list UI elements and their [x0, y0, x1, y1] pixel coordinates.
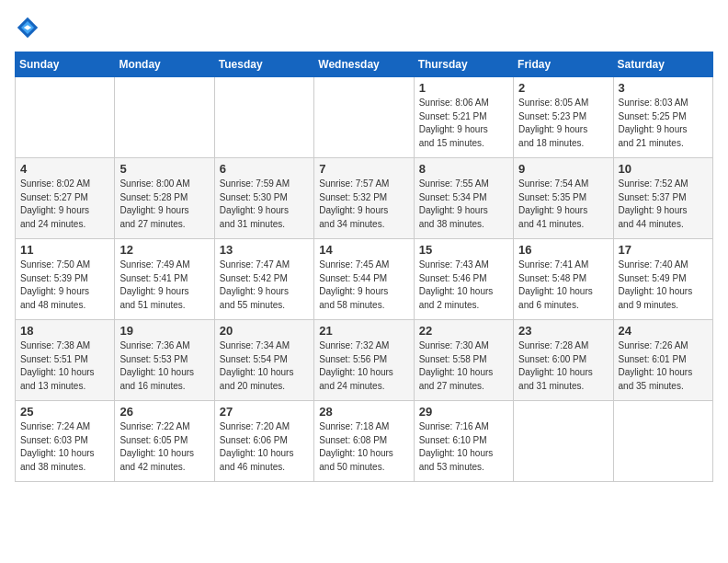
day-info: Sunrise: 7:30 AM Sunset: 5:58 PM Dayligh… [419, 339, 508, 393]
calendar-cell: 3Sunrise: 8:03 AM Sunset: 5:25 PM Daylig… [613, 77, 712, 158]
logo-icon [15, 15, 40, 40]
day-number: 11 [20, 243, 109, 257]
day-info: Sunrise: 7:28 AM Sunset: 6:00 PM Dayligh… [518, 339, 608, 393]
calendar-cell: 13Sunrise: 7:47 AM Sunset: 5:42 PM Dayli… [214, 239, 313, 320]
calendar-cell: 27Sunrise: 7:20 AM Sunset: 6:06 PM Dayli… [214, 401, 313, 482]
day-info: Sunrise: 7:57 AM Sunset: 5:32 PM Dayligh… [319, 178, 408, 231]
calendar-cell [16, 77, 115, 158]
day-number: 13 [220, 243, 309, 257]
day-number: 5 [119, 162, 209, 176]
day-info: Sunrise: 7:26 AM Sunset: 6:01 PM Dayligh… [619, 339, 708, 393]
weekday-header-wednesday: Wednesday [314, 52, 414, 77]
day-info: Sunrise: 7:18 AM Sunset: 6:08 PM Dayligh… [319, 420, 408, 474]
calendar-cell [214, 77, 313, 158]
calendar-cell [314, 77, 414, 158]
day-info: Sunrise: 7:41 AM Sunset: 5:48 PM Dayligh… [518, 259, 608, 312]
day-info: Sunrise: 7:36 AM Sunset: 5:53 PM Dayligh… [119, 339, 209, 393]
day-info: Sunrise: 7:22 AM Sunset: 6:05 PM Dayligh… [119, 420, 209, 474]
calendar-cell: 19Sunrise: 7:36 AM Sunset: 5:53 PM Dayli… [115, 320, 214, 401]
calendar-cell: 9Sunrise: 7:54 AM Sunset: 5:35 PM Daylig… [514, 158, 613, 239]
day-info: Sunrise: 7:55 AM Sunset: 5:34 PM Dayligh… [419, 178, 508, 231]
weekday-header-monday: Monday [115, 52, 214, 77]
day-info: Sunrise: 8:02 AM Sunset: 5:27 PM Dayligh… [20, 178, 109, 231]
calendar-cell: 10Sunrise: 7:52 AM Sunset: 5:37 PM Dayli… [613, 158, 712, 239]
day-number: 22 [419, 324, 508, 338]
day-number: 7 [319, 162, 408, 176]
day-number: 6 [220, 162, 309, 176]
day-number: 10 [619, 162, 708, 176]
day-info: Sunrise: 7:32 AM Sunset: 5:56 PM Dayligh… [319, 339, 408, 393]
calendar-cell: 5Sunrise: 8:00 AM Sunset: 5:28 PM Daylig… [115, 158, 214, 239]
calendar-table: SundayMondayTuesdayWednesdayThursdayFrid… [15, 52, 713, 482]
calendar-cell: 12Sunrise: 7:49 AM Sunset: 5:41 PM Dayli… [115, 239, 214, 320]
weekday-header-friday: Friday [514, 52, 613, 77]
day-number: 15 [419, 243, 508, 257]
day-number: 24 [619, 324, 708, 338]
day-number: 18 [20, 324, 109, 338]
day-info: Sunrise: 8:00 AM Sunset: 5:28 PM Dayligh… [119, 178, 209, 231]
calendar-cell: 20Sunrise: 7:34 AM Sunset: 5:54 PM Dayli… [214, 320, 313, 401]
calendar-cell: 24Sunrise: 7:26 AM Sunset: 6:01 PM Dayli… [613, 320, 712, 401]
calendar-cell: 22Sunrise: 7:30 AM Sunset: 5:58 PM Dayli… [414, 320, 513, 401]
calendar-cell: 1Sunrise: 8:06 AM Sunset: 5:21 PM Daylig… [414, 77, 513, 158]
day-number: 28 [319, 405, 408, 419]
day-number: 21 [319, 324, 408, 338]
calendar-body: 1Sunrise: 8:06 AM Sunset: 5:21 PM Daylig… [16, 77, 713, 482]
day-number: 12 [119, 243, 209, 257]
calendar-cell: 28Sunrise: 7:18 AM Sunset: 6:08 PM Dayli… [314, 401, 414, 482]
calendar-cell: 18Sunrise: 7:38 AM Sunset: 5:51 PM Dayli… [16, 320, 115, 401]
day-number: 20 [220, 324, 309, 338]
calendar-cell: 14Sunrise: 7:45 AM Sunset: 5:44 PM Dayli… [314, 239, 414, 320]
day-number: 3 [619, 81, 708, 95]
day-info: Sunrise: 7:16 AM Sunset: 6:10 PM Dayligh… [419, 420, 508, 474]
calendar-cell: 23Sunrise: 7:28 AM Sunset: 6:00 PM Dayli… [514, 320, 613, 401]
weekday-header-row: SundayMondayTuesdayWednesdayThursdayFrid… [16, 52, 713, 77]
day-info: Sunrise: 7:54 AM Sunset: 5:35 PM Dayligh… [518, 178, 608, 231]
calendar-cell: 2Sunrise: 8:05 AM Sunset: 5:23 PM Daylig… [514, 77, 613, 158]
calendar-cell: 11Sunrise: 7:50 AM Sunset: 5:39 PM Dayli… [16, 239, 115, 320]
calendar-cell [514, 401, 613, 482]
day-number: 2 [518, 81, 608, 95]
day-number: 23 [518, 324, 608, 338]
calendar-week-row: 4Sunrise: 8:02 AM Sunset: 5:27 PM Daylig… [16, 158, 713, 239]
day-number: 29 [419, 405, 508, 419]
day-info: Sunrise: 7:59 AM Sunset: 5:30 PM Dayligh… [220, 178, 309, 231]
calendar-cell: 25Sunrise: 7:24 AM Sunset: 6:03 PM Dayli… [16, 401, 115, 482]
day-number: 9 [518, 162, 608, 176]
day-info: Sunrise: 7:47 AM Sunset: 5:42 PM Dayligh… [220, 259, 309, 312]
calendar-cell: 8Sunrise: 7:55 AM Sunset: 5:34 PM Daylig… [414, 158, 513, 239]
weekday-header-sunday: Sunday [16, 52, 115, 77]
day-info: Sunrise: 7:49 AM Sunset: 5:41 PM Dayligh… [119, 259, 209, 312]
calendar-week-row: 18Sunrise: 7:38 AM Sunset: 5:51 PM Dayli… [16, 320, 713, 401]
day-number: 1 [419, 81, 508, 95]
day-info: Sunrise: 8:06 AM Sunset: 5:21 PM Dayligh… [419, 97, 508, 150]
day-info: Sunrise: 8:05 AM Sunset: 5:23 PM Dayligh… [518, 97, 608, 150]
day-info: Sunrise: 7:24 AM Sunset: 6:03 PM Dayligh… [20, 420, 109, 474]
day-info: Sunrise: 7:52 AM Sunset: 5:37 PM Dayligh… [619, 178, 708, 231]
day-info: Sunrise: 8:03 AM Sunset: 5:25 PM Dayligh… [619, 97, 708, 150]
calendar-cell: 7Sunrise: 7:57 AM Sunset: 5:32 PM Daylig… [314, 158, 414, 239]
calendar-cell: 26Sunrise: 7:22 AM Sunset: 6:05 PM Dayli… [115, 401, 214, 482]
calendar-cell: 16Sunrise: 7:41 AM Sunset: 5:48 PM Dayli… [514, 239, 613, 320]
calendar-week-row: 1Sunrise: 8:06 AM Sunset: 5:21 PM Daylig… [16, 77, 713, 158]
day-number: 14 [319, 243, 408, 257]
weekday-header-saturday: Saturday [613, 52, 712, 77]
calendar-cell [613, 401, 712, 482]
calendar-cell: 6Sunrise: 7:59 AM Sunset: 5:30 PM Daylig… [214, 158, 313, 239]
day-number: 25 [20, 405, 109, 419]
day-number: 8 [419, 162, 508, 176]
weekday-header-tuesday: Tuesday [214, 52, 313, 77]
calendar-cell: 4Sunrise: 8:02 AM Sunset: 5:27 PM Daylig… [16, 158, 115, 239]
calendar-cell: 15Sunrise: 7:43 AM Sunset: 5:46 PM Dayli… [414, 239, 513, 320]
day-info: Sunrise: 7:40 AM Sunset: 5:49 PM Dayligh… [619, 259, 708, 312]
day-number: 26 [119, 405, 209, 419]
calendar-cell: 21Sunrise: 7:32 AM Sunset: 5:56 PM Dayli… [314, 320, 414, 401]
day-info: Sunrise: 7:34 AM Sunset: 5:54 PM Dayligh… [220, 339, 309, 393]
page-header [15, 15, 713, 40]
logo [15, 15, 42, 40]
day-info: Sunrise: 7:43 AM Sunset: 5:46 PM Dayligh… [419, 259, 508, 312]
day-number: 17 [619, 243, 708, 257]
calendar-header: SundayMondayTuesdayWednesdayThursdayFrid… [16, 52, 713, 77]
day-number: 27 [220, 405, 309, 419]
calendar-cell: 29Sunrise: 7:16 AM Sunset: 6:10 PM Dayli… [414, 401, 513, 482]
